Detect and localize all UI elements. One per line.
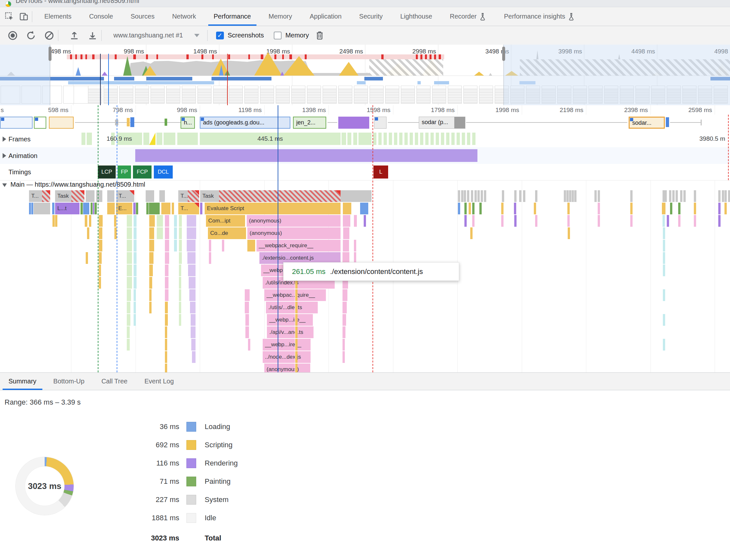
flame-bar[interactable] — [126, 339, 130, 351]
flame-bar[interactable] — [174, 240, 177, 251]
flame-bar[interactable] — [295, 302, 297, 313]
flame-bar[interactable] — [200, 203, 202, 214]
flame-bar[interactable] — [98, 277, 101, 289]
flame-bar[interactable] — [248, 339, 250, 351]
flame-bar[interactable] — [474, 190, 477, 202]
flame-bar[interactable] — [133, 203, 136, 214]
flame-bar[interactable] — [187, 252, 195, 264]
tab-memory[interactable]: Memory — [260, 7, 301, 26]
film-thumb[interactable] — [182, 86, 196, 104]
flame-bar[interactable] — [126, 314, 130, 326]
flame-bar[interactable] — [567, 227, 570, 239]
flame-bar[interactable] — [630, 215, 633, 227]
flame-bar[interactable]: T... — [178, 190, 199, 202]
flame-bar[interactable] — [678, 203, 680, 214]
film-thumb[interactable] — [244, 86, 258, 104]
flame-bar[interactable]: (anonymous) — [246, 215, 340, 227]
flame-bar[interactable] — [663, 227, 665, 239]
flame-bar[interactable] — [471, 190, 473, 202]
flame-bar[interactable] — [680, 190, 682, 202]
flame-bar[interactable] — [669, 190, 671, 202]
tab-security[interactable]: Security — [350, 7, 392, 26]
flame-bar[interactable] — [179, 215, 182, 227]
flame-bar[interactable] — [458, 190, 460, 202]
flame-bar[interactable] — [98, 252, 102, 264]
flame-bar[interactable] — [295, 314, 297, 326]
flame-bar[interactable] — [89, 215, 91, 227]
flame-bar[interactable] — [663, 265, 665, 276]
flame-bar[interactable] — [126, 289, 131, 301]
flame-bar[interactable] — [179, 265, 181, 276]
flame-bar[interactable] — [161, 203, 170, 214]
flame-bar[interactable] — [724, 190, 727, 202]
flame-bar[interactable]: T... — [178, 203, 199, 214]
flame-bar[interactable] — [98, 227, 102, 239]
flame-bar[interactable] — [722, 190, 724, 202]
film-thumb[interactable] — [322, 86, 336, 104]
memory-toggle[interactable]: Memory — [274, 32, 309, 39]
flame-bar[interactable] — [126, 227, 132, 239]
flame-bar[interactable] — [342, 351, 345, 363]
flame-bar[interactable] — [146, 203, 149, 214]
film-thumb[interactable] — [135, 86, 149, 104]
flame-bar[interactable] — [724, 203, 727, 214]
flame-bar[interactable] — [188, 265, 195, 276]
flame-bar[interactable] — [188, 277, 195, 289]
flame-bar[interactable]: L...t — [55, 203, 79, 214]
flame-bar[interactable]: Com...ipt — [206, 215, 245, 227]
film-thumb[interactable] — [401, 86, 415, 104]
flame-bar[interactable] — [159, 190, 165, 202]
flame-bar[interactable] — [353, 215, 357, 227]
flame-bar[interactable] — [479, 203, 482, 214]
flame-bar[interactable] — [295, 326, 297, 338]
film-thumb[interactable] — [385, 86, 399, 104]
flame-bar[interactable] — [85, 252, 88, 264]
flame-bar[interactable] — [126, 277, 132, 289]
flame-bar[interactable]: Co...de — [207, 227, 246, 239]
flame-bar[interactable] — [501, 203, 504, 214]
flame-bar[interactable] — [133, 265, 136, 276]
flame-bar[interactable] — [165, 326, 167, 338]
flame-bar[interactable] — [514, 215, 517, 227]
flame-bar[interactable] — [133, 314, 136, 326]
flame-bar[interactable] — [514, 203, 516, 214]
flame-bar[interactable] — [694, 215, 696, 227]
flame-bar[interactable]: ./api/v...ano.ts — [266, 326, 313, 338]
flame-bar[interactable] — [514, 190, 517, 202]
flame-bar[interactable] — [663, 289, 665, 301]
flame-bar[interactable] — [567, 203, 570, 214]
film-thumb[interactable] — [276, 86, 290, 104]
flame-bar[interactable] — [114, 227, 117, 239]
flame-bar[interactable] — [186, 215, 196, 227]
flame-bar[interactable] — [189, 289, 195, 301]
flame-bar[interactable] — [683, 190, 686, 202]
flame-bar[interactable] — [343, 227, 349, 239]
flame-bar[interactable] — [630, 190, 633, 202]
flame-bar[interactable] — [523, 190, 525, 202]
device-toolbar-icon[interactable] — [19, 12, 29, 22]
flame-bar[interactable] — [133, 302, 136, 313]
flame-bar[interactable] — [165, 339, 167, 351]
flame-bar[interactable] — [149, 227, 154, 239]
flame-bar[interactable]: ./utils/...dler.ts — [265, 302, 318, 313]
flame-bar[interactable] — [190, 326, 195, 338]
selection-handle-right[interactable] — [502, 47, 505, 61]
tab-performance[interactable]: Performance — [205, 7, 260, 26]
flame-bar[interactable] — [133, 289, 136, 301]
film-thumb[interactable] — [417, 86, 431, 104]
flame-bar[interactable] — [126, 240, 132, 251]
flame-bar[interactable] — [342, 326, 345, 338]
flame-bar[interactable] — [208, 240, 211, 251]
flame-bar[interactable] — [165, 351, 167, 363]
flame-bar[interactable] — [247, 240, 255, 251]
record-button[interactable] — [7, 30, 18, 41]
flame-bar[interactable] — [156, 227, 163, 239]
flame-bar[interactable] — [467, 190, 469, 202]
flame-bar[interactable] — [174, 215, 177, 227]
flame-bar[interactable] — [126, 265, 132, 276]
flame-bar[interactable] — [244, 302, 249, 313]
flame-bar[interactable] — [535, 190, 537, 202]
flame-bar[interactable] — [149, 302, 151, 313]
flame-bar[interactable] — [222, 240, 224, 251]
flame-bar[interactable]: (anonymous) — [247, 227, 340, 239]
